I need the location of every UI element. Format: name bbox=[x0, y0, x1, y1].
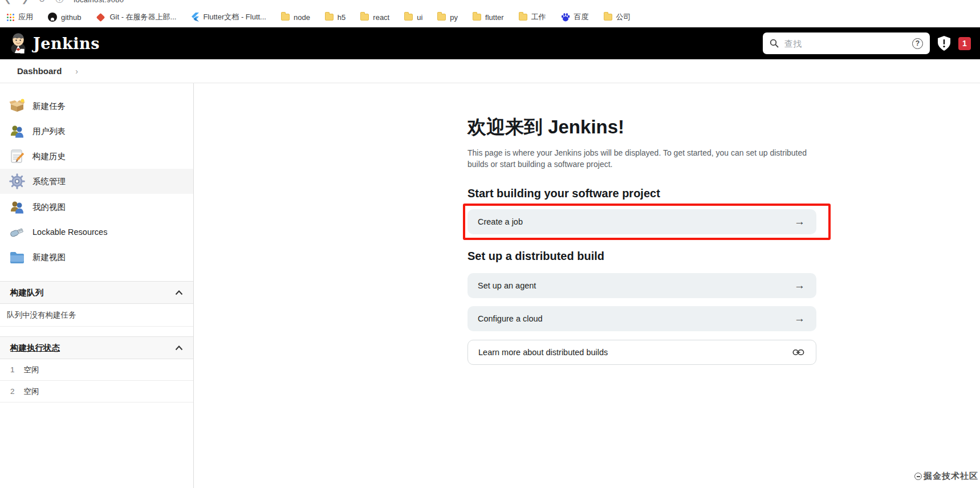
bookmark-flutter-docs[interactable]: Flutter文档 - Flutt... bbox=[191, 12, 266, 22]
page-title: 欢迎来到 Jenkins! bbox=[467, 115, 624, 140]
folder-icon bbox=[404, 14, 413, 21]
setup-agent-label: Set up an agent bbox=[478, 281, 536, 290]
bookmark-label: py bbox=[450, 13, 458, 22]
bookmark-label: 百度 bbox=[574, 12, 589, 22]
bookmark-label: node bbox=[294, 13, 310, 22]
breadcrumb: Dashboard › bbox=[0, 59, 980, 83]
bookmark-github[interactable]: github bbox=[48, 13, 81, 22]
search-icon bbox=[770, 39, 779, 48]
bookmark-git[interactable]: Git - 在服务器上部... bbox=[96, 12, 176, 22]
main-content: 欢迎来到 Jenkins! This page is where your Je… bbox=[194, 83, 980, 488]
flutter-icon bbox=[191, 13, 199, 22]
bookmark-label: 公司 bbox=[616, 12, 631, 22]
forward-icon[interactable]: ❯ bbox=[22, 0, 29, 4]
bookmark-py[interactable]: py bbox=[437, 13, 458, 22]
bookmark-apps[interactable]: 应用 bbox=[7, 12, 33, 22]
chevron-right-icon[interactable]: › bbox=[75, 67, 78, 76]
arrow-right-icon: → bbox=[794, 312, 805, 325]
folder-icon bbox=[604, 14, 612, 21]
section-heading-build: Start building your software project bbox=[467, 187, 660, 200]
bookmark-flutter-folder[interactable]: flutter bbox=[473, 13, 504, 22]
link-icon bbox=[792, 348, 804, 356]
sidebar-item-user-list[interactable]: 用户列表 bbox=[0, 119, 193, 144]
sidebar-item-build-history[interactable]: 构建历史 bbox=[0, 144, 193, 169]
brand-wordmark: Jenkins bbox=[33, 35, 100, 52]
jenkins-butler-logo bbox=[9, 32, 27, 55]
page-description: This page is where your Jenkins jobs wil… bbox=[467, 147, 816, 170]
bookmark-label: h5 bbox=[337, 13, 345, 22]
build-queue-header[interactable]: 构建队列 bbox=[0, 281, 193, 304]
arrow-right-icon: → bbox=[794, 215, 805, 228]
sidebar-item-label: 用户列表 bbox=[32, 126, 66, 137]
juejin-watermark: 掘金技术社区 bbox=[914, 471, 978, 482]
arrow-right-icon: → bbox=[794, 279, 805, 292]
learn-more-button[interactable]: Learn more about distributed builds bbox=[467, 340, 816, 365]
gear-icon bbox=[9, 173, 25, 189]
bookmarks-bar: 应用 github Git - 在服务器上部... Flutter文档 - Fl… bbox=[0, 7, 980, 27]
sidebar-item-new-job[interactable]: 新建任务 bbox=[0, 93, 193, 119]
folder-icon bbox=[473, 14, 481, 21]
executor-status: 空闲 bbox=[24, 365, 39, 375]
learn-more-label: Learn more about distributed builds bbox=[478, 348, 608, 357]
security-shield-icon[interactable] bbox=[938, 36, 950, 51]
apps-grid-icon bbox=[7, 14, 14, 21]
sidebar-item-label: Lockable Resources bbox=[32, 227, 107, 237]
bookmark-h5[interactable]: h5 bbox=[325, 13, 345, 22]
executor-status-header[interactable]: 构建执行状态 bbox=[0, 336, 193, 359]
bookmark-company[interactable]: 公司 bbox=[604, 12, 631, 22]
breadcrumb-dashboard[interactable]: Dashboard bbox=[17, 66, 62, 76]
git-diamond-icon bbox=[96, 13, 105, 22]
bookmark-work[interactable]: 工作 bbox=[519, 12, 546, 22]
bookmark-label: react bbox=[373, 13, 389, 22]
bookmark-ui[interactable]: ui bbox=[404, 13, 422, 22]
back-icon[interactable]: ❮ bbox=[5, 0, 11, 4]
bookmark-label: Flutter文档 - Flutt... bbox=[203, 12, 266, 22]
usb-drive-icon bbox=[9, 224, 25, 240]
new-item-box-icon bbox=[9, 98, 25, 114]
sidebar-item-label: 新建任务 bbox=[32, 101, 66, 112]
github-icon bbox=[48, 13, 57, 22]
url-text[interactable]: localhost:9080 bbox=[74, 0, 124, 4]
info-icon: ⓘ bbox=[55, 0, 63, 5]
sidebar-item-new-view[interactable]: 新建视图 bbox=[0, 245, 193, 270]
bookmark-label: github bbox=[61, 13, 81, 22]
build-queue-title: 构建队列 bbox=[10, 287, 43, 298]
sidebar-item-label: 我的视图 bbox=[32, 202, 66, 213]
setup-agent-button[interactable]: Set up an agent → bbox=[467, 273, 816, 298]
collapse-caret-icon[interactable] bbox=[175, 290, 183, 295]
folder-icon bbox=[437, 14, 446, 21]
notification-badge[interactable]: 1 bbox=[958, 37, 971, 50]
notepad-pencil-icon bbox=[9, 148, 25, 164]
bookmark-node[interactable]: node bbox=[281, 13, 310, 22]
configure-cloud-label: Configure a cloud bbox=[478, 314, 543, 323]
folder-icon bbox=[325, 14, 334, 21]
bookmark-label: ui bbox=[417, 13, 422, 22]
watermark-text: 掘金技术社区 bbox=[924, 471, 978, 482]
sidebar-item-label: 构建历史 bbox=[32, 151, 66, 162]
executor-status-title[interactable]: 构建执行状态 bbox=[10, 343, 60, 353]
sidebar-item-label: 系统管理 bbox=[32, 176, 66, 187]
configure-cloud-button[interactable]: Configure a cloud → bbox=[467, 306, 816, 331]
sidebar-item-lockable-resources[interactable]: Lockable Resources bbox=[0, 219, 193, 245]
sidebar: 新建任务 用户列表 构建历史 bbox=[0, 83, 194, 488]
sidebar-item-manage-jenkins[interactable]: 系统管理 bbox=[0, 169, 193, 194]
search-input[interactable] bbox=[784, 39, 912, 48]
bookmark-baidu[interactable]: 百度 bbox=[561, 12, 589, 22]
folder-icon bbox=[360, 14, 369, 21]
executor-number: 1 bbox=[10, 365, 15, 374]
create-job-button[interactable]: Create a job → bbox=[467, 209, 816, 234]
juejin-logo-icon bbox=[914, 473, 922, 480]
people-icon bbox=[9, 123, 25, 139]
sidebar-item-my-views[interactable]: 我的视图 bbox=[0, 194, 193, 219]
search-help-icon[interactable]: ? bbox=[912, 38, 923, 49]
bookmark-react[interactable]: react bbox=[360, 13, 389, 22]
blue-folder-icon bbox=[9, 249, 25, 265]
bookmark-label: flutter bbox=[485, 13, 504, 22]
jenkins-header: Jenkins ? 1 bbox=[0, 27, 980, 59]
executor-status: 空闲 bbox=[24, 387, 39, 397]
folder-icon bbox=[281, 14, 290, 21]
build-queue-empty-text: 队列中没有构建任务 bbox=[0, 304, 193, 327]
refresh-icon[interactable]: ↻ bbox=[38, 0, 45, 4]
jenkins-home-link[interactable]: Jenkins bbox=[9, 32, 100, 55]
collapse-caret-icon[interactable] bbox=[175, 345, 183, 351]
